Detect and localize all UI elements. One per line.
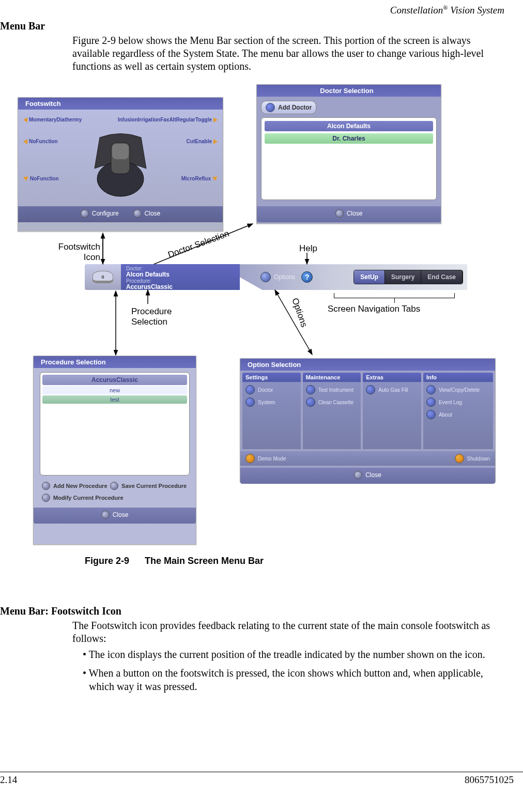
tab-end-case[interactable]: End Case — [421, 270, 463, 284]
doctor-list: Alcon Defaults Dr. Charles — [261, 117, 437, 200]
fs-label-tr: InfusionIrrigationFaxAltRegularToggle — [118, 117, 218, 122]
callout-procedure-selection: Procedure Selection — [131, 307, 172, 327]
running-header: Constellation® Vision System — [0, 4, 504, 16]
fs-label-bl: NoFunction — [23, 176, 59, 181]
help-icon[interactable]: ? — [301, 271, 313, 283]
section-para: Figure 2-9 below shows the Menu Bar sect… — [72, 34, 504, 73]
doctor-list-item[interactable]: Dr. Charles — [265, 133, 433, 144]
fs-label-ml: NoFunction — [23, 139, 58, 144]
footswitch-graphic — [89, 132, 151, 200]
footswitch-title: Footswitch — [18, 98, 223, 110]
settings-header: Settings — [242, 373, 301, 382]
add-doctor-button[interactable]: Add Doctor — [261, 101, 316, 114]
procedure-close-button[interactable]: Close — [101, 511, 129, 519]
bullet-2: • When a button on the footswitch is pre… — [83, 667, 504, 693]
navigation-tabs: SetUp Surgery End Case — [353, 270, 463, 284]
footswitch-close-button[interactable]: Close — [133, 209, 161, 218]
info-header: Info — [423, 373, 493, 382]
callout-footswitch-icon: Footswitch Icon — [49, 242, 100, 263]
options-label[interactable]: Options — [274, 273, 295, 281]
opt-doctor[interactable]: Doctor — [245, 385, 298, 394]
options-close-button[interactable]: Close — [354, 471, 381, 479]
menu-bar: Doctor: Alcon Defaults Procedure: Accuru… — [85, 264, 467, 290]
fs-label-tl: MomentaryDiathermy — [23, 117, 82, 122]
doctor-close-button[interactable]: Close — [335, 209, 363, 218]
tab-surgery[interactable]: Surgery — [385, 270, 421, 284]
opt-shutdown[interactable]: Shutdown — [455, 454, 490, 463]
figure-2-9: Footswitch MomentaryDiathermy InfusionIr… — [18, 84, 504, 565]
procedure-row[interactable]: test — [42, 395, 187, 404]
save-procedure-button[interactable]: Save Current Procedure — [110, 481, 187, 491]
procedure-list: AccurusClassic new test — [40, 372, 190, 476]
option-title: Option Selection — [240, 359, 495, 371]
opt-auto-gas-fill[interactable]: Auto Gas Fill — [366, 385, 418, 394]
extras-header: Extras — [363, 373, 421, 382]
figure-caption: Figure 2-9 The Main Screen Menu Bar — [85, 556, 264, 566]
nav-tabs-bracket — [334, 293, 455, 298]
bullet-1: • The icon displays the current position… — [83, 648, 504, 662]
doctor-list-header[interactable]: Alcon Defaults — [265, 121, 433, 131]
procedure-row[interactable]: new — [42, 386, 187, 394]
opt-test-instrument[interactable]: Test Instrument — [306, 385, 358, 394]
page-footer: 2.14 8065751025 — [0, 772, 523, 786]
tab-setup[interactable]: SetUp — [354, 270, 385, 284]
opt-event-log[interactable]: Event Log — [426, 397, 490, 407]
fs-label-br: MicroReflux — [181, 176, 218, 181]
section-title-menu-bar: Menu Bar — [0, 20, 514, 32]
callout-options: Options — [289, 297, 309, 329]
procedure-header[interactable]: AccurusClassic — [42, 375, 187, 385]
opt-about[interactable]: About — [426, 410, 490, 419]
procedure-title: Procedure Selection — [34, 356, 196, 368]
menu-bar-info[interactable]: Doctor: Alcon Defaults Procedure: Accuru… — [121, 264, 240, 290]
page-number: 2.14 — [0, 774, 17, 786]
options-icon[interactable] — [260, 272, 271, 282]
doc-number: 8065751025 — [465, 774, 514, 786]
section2-para: The Footswitch icon provides feedback re… — [72, 619, 504, 645]
opt-clean-cassette[interactable]: Clean Cassette — [306, 397, 358, 407]
option-selection-dialog: Option Selection Settings Doctor System … — [240, 358, 496, 482]
opt-system[interactable]: System — [245, 397, 298, 407]
footswitch-treadle-icon — [93, 271, 113, 283]
footswitch-configure-button[interactable]: Configure — [81, 209, 119, 218]
callout-nav-tabs: Screen Navigation Tabs — [328, 304, 420, 314]
fs-label-mr: CutEnable — [187, 139, 218, 144]
opt-demo-mode[interactable]: Demo Mode — [245, 454, 286, 463]
procedure-selection-dialog: Procedure Selection AccurusClassic new t… — [33, 356, 196, 545]
add-procedure-button[interactable]: Add New Procedure — [42, 481, 107, 491]
doctor-selection-dialog: Doctor Selection Add Doctor Alcon Defaul… — [256, 84, 441, 224]
doctor-title: Doctor Selection — [257, 85, 441, 97]
svg-rect-2 — [112, 144, 129, 159]
footswitch-icon[interactable] — [85, 264, 121, 290]
callout-help: Help — [299, 243, 317, 254]
section-title-footswitch-icon: Menu Bar: Footswitch Icon — [0, 605, 514, 617]
footswitch-dialog: Footswitch MomentaryDiathermy InfusionIr… — [18, 97, 223, 232]
opt-view-copy-delete[interactable]: View/Copy/Delete — [426, 385, 490, 394]
maintenance-header: Maintenance — [303, 373, 361, 382]
callout-doctor-selection: Doctor Selection — [166, 229, 230, 261]
modify-procedure-button[interactable]: Modify Current Procedure — [42, 493, 124, 503]
